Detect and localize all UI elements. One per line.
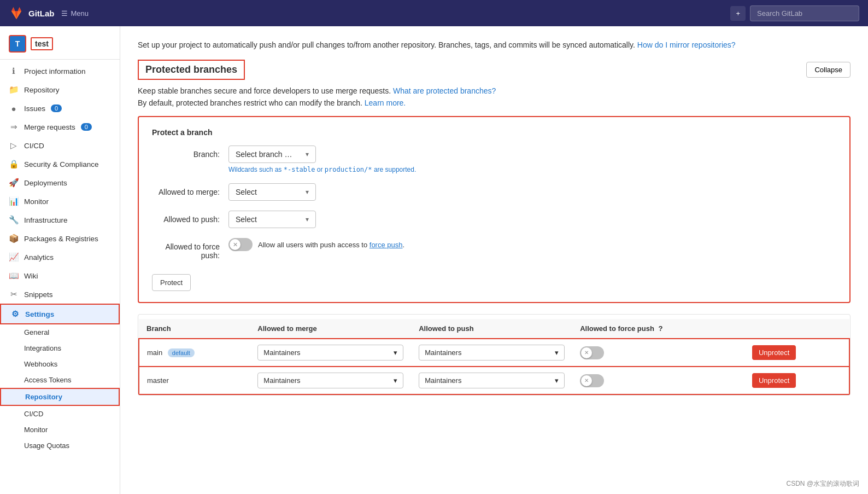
actions-cell: Unprotect	[744, 339, 849, 367]
sidebar-item-cicd[interactable]: ▷ CI/CD	[0, 136, 120, 155]
col-merge: Allowed to merge	[250, 319, 411, 339]
sidebar-subitem-integrations[interactable]: Integrations	[0, 340, 120, 356]
push-cell: Maintainers ▾	[411, 339, 572, 367]
col-force-push: Allowed to force push ?	[572, 319, 744, 339]
sidebar-label: Merge requests	[24, 123, 75, 131]
navbar: GitLab ☰ Menu +	[0, 0, 868, 26]
new-button[interactable]: +	[730, 6, 746, 21]
branches-table: Branch Allowed to merge Allowed to push …	[138, 319, 850, 395]
push-table-select-master[interactable]: Maintainers ▾	[419, 373, 565, 388]
force-push-cell: ✕	[572, 339, 744, 367]
section-header: Protected branches Collapse	[138, 60, 851, 80]
merge-select[interactable]: Select ▾	[228, 183, 316, 201]
branch-name: main	[147, 348, 162, 357]
sidebar-item-monitor[interactable]: 📊 Monitor	[0, 192, 120, 211]
force-push-toggle[interactable]: ✕	[228, 238, 253, 251]
unprotect-button-main[interactable]: Unprotect	[752, 345, 796, 360]
push-value: Maintainers	[425, 348, 461, 357]
search-input[interactable]	[750, 5, 859, 21]
sidebar-item-wiki[interactable]: 📖 Wiki	[0, 266, 120, 285]
push-table-select[interactable]: Maintainers ▾	[419, 345, 565, 361]
sidebar-item-analytics[interactable]: 📈 Analytics	[0, 248, 120, 266]
merge-form-control: Select ▾	[228, 183, 836, 201]
sidebar-label: Settings	[25, 310, 54, 318]
collapse-button[interactable]: Collapse	[806, 62, 851, 78]
push-form-control: Select ▾	[228, 211, 836, 228]
security-icon: 🔒	[9, 159, 19, 169]
branch-name-cell: main default	[139, 339, 250, 367]
chevron-down-icon: ▾	[306, 216, 309, 223]
force-push-toggle-row0[interactable]: ✕	[580, 346, 604, 359]
merge-table-select[interactable]: Maintainers ▾	[257, 345, 403, 361]
sidebar-item-issues[interactable]: ● Issues 0	[0, 99, 120, 118]
sidebar-subitem-repository[interactable]: Repository	[0, 388, 120, 406]
navbar-menu-toggle[interactable]: ☰ Menu	[61, 9, 89, 18]
merge-value: Maintainers	[263, 348, 300, 357]
sidebar-subitem-access-tokens[interactable]: Access Tokens	[0, 372, 120, 388]
settings-icon: ⚙	[10, 309, 20, 319]
learn-more-link[interactable]: Learn more.	[365, 98, 406, 107]
branch-name: master	[147, 376, 169, 385]
branch-select-value: Select branch …	[236, 150, 292, 159]
sidebar-label: Deployments	[24, 179, 67, 187]
navbar-actions: +	[730, 5, 859, 21]
help-icon: ?	[659, 324, 663, 333]
sidebar-subitem-general[interactable]: General	[0, 324, 120, 340]
sidebar-item-project-information[interactable]: ℹ Project information	[0, 62, 120, 80]
sidebar-subitem-cicd[interactable]: CI/CD	[0, 406, 120, 422]
force-push-toggle-row1[interactable]: ✕	[580, 374, 604, 387]
col-branch: Branch	[139, 319, 250, 339]
chevron-down-icon: ▾	[555, 348, 559, 357]
unprotect-button-master[interactable]: Unprotect	[752, 373, 796, 388]
merge-table-select-master[interactable]: Maintainers ▾	[257, 373, 403, 388]
push-field-row: Allowed to push: Select ▾	[152, 211, 836, 228]
protected-branches-link[interactable]: What are protected branches?	[393, 86, 496, 95]
sidebar-subitem-usage-quotas[interactable]: Usage Quotas	[0, 438, 120, 454]
merge-field-row: Allowed to merge: Select ▾	[152, 183, 836, 201]
col-push: Allowed to push	[411, 319, 572, 339]
toggle-knob: ✕	[581, 375, 592, 386]
branch-select[interactable]: Select branch … ▾	[228, 146, 316, 163]
branch-label: Branch:	[152, 146, 228, 159]
actions-cell: Unprotect	[744, 367, 849, 394]
sidebar-item-repository[interactable]: 📁 Repository	[0, 80, 120, 99]
sidebar-item-packages[interactable]: 📦 Packages & Registries	[0, 229, 120, 248]
sidebar-item-merge-requests[interactable]: ⇒ Merge requests 0	[0, 118, 120, 136]
force-push-field-row: Allowed to force push: ✕ Allow all users…	[152, 238, 836, 260]
navbar-brand: GitLab	[9, 5, 55, 21]
sidebar-label: Issues	[24, 104, 45, 113]
section-desc-2: By default, protected branches restrict …	[138, 98, 851, 107]
sidebar-item-settings[interactable]: ⚙ Settings	[0, 304, 120, 324]
cicd-icon: ▷	[9, 141, 19, 150]
sidebar-item-deployments[interactable]: 🚀 Deployments	[0, 173, 120, 192]
sidebar-subitem-webhooks[interactable]: Webhooks	[0, 356, 120, 372]
info-icon: ℹ	[9, 66, 19, 76]
mirror-link[interactable]: How do I mirror repositories?	[637, 40, 736, 49]
avatar: T	[9, 35, 26, 53]
push-cell: Maintainers ▾	[411, 367, 572, 394]
sidebar-label: Wiki	[24, 272, 38, 280]
snippets-icon: ✂	[9, 289, 19, 299]
watermark: CSDN @水宝的滚动歌词	[786, 479, 859, 489]
wiki-icon: 📖	[9, 271, 19, 281]
hamburger-icon: ☰	[61, 9, 68, 18]
protect-button[interactable]: Protect	[152, 274, 191, 291]
sidebar-label: Packages & Registries	[24, 235, 98, 243]
sidebar-label: Analytics	[24, 253, 54, 261]
analytics-icon: 📈	[9, 252, 19, 262]
branch-form-control: Select branch … ▾ Wildcards such as *-st…	[228, 146, 836, 173]
folder-icon: 📁	[9, 85, 19, 95]
sidebar-label: Monitor	[24, 197, 49, 206]
force-push-link[interactable]: force push	[370, 241, 403, 249]
force-push-control: ✕ Allow all users with push access to fo…	[228, 238, 836, 251]
merge-icon: ⇒	[9, 122, 19, 132]
sidebar-subitem-monitor[interactable]: Monitor	[0, 422, 120, 438]
push-select[interactable]: Select ▾	[228, 211, 316, 228]
navbar-title: GitLab	[28, 9, 55, 18]
protect-branch-form: Protect a branch Branch: Select branch ……	[138, 116, 851, 303]
sidebar-item-infrastructure[interactable]: 🔧 Infrastructure	[0, 211, 120, 229]
sidebar-item-security[interactable]: 🔒 Security & Compliance	[0, 155, 120, 173]
sidebar-label: Security & Compliance	[24, 160, 99, 168]
sidebar-label: Project information	[24, 67, 86, 75]
sidebar-item-snippets[interactable]: ✂ Snippets	[0, 285, 120, 304]
